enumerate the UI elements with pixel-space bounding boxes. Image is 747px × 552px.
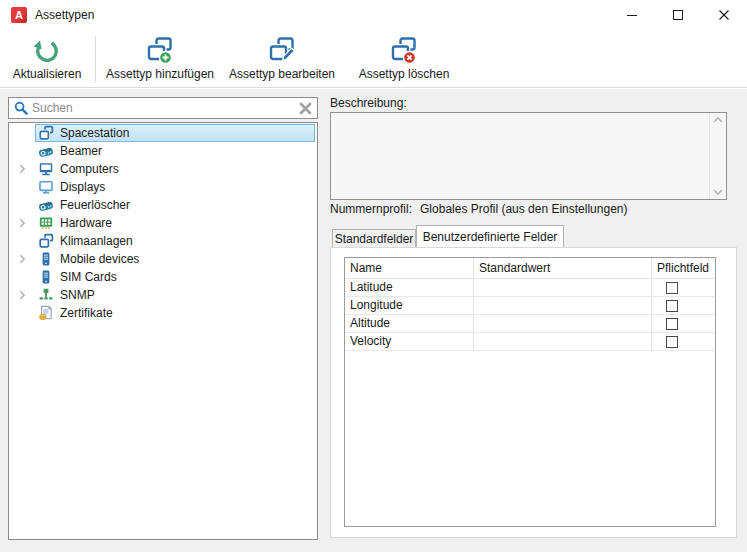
table-row-velocity[interactable]: Velocity <box>345 333 715 351</box>
delete-assettype-button[interactable]: Assettyp löschen <box>349 30 459 81</box>
chevron-right-icon[interactable] <box>19 254 35 264</box>
refresh-button-label: Aktualisieren <box>13 67 82 81</box>
window-title: Assettypen <box>35 8 94 22</box>
field-default-cell[interactable] <box>473 297 651 314</box>
delete-assettype-button-label: Assettyp löschen <box>359 67 450 81</box>
description-label: Beschreibung: <box>330 96 407 110</box>
maximize-icon <box>673 10 683 20</box>
table-header-row: Name Standardwert Pflichtfeld <box>345 258 715 279</box>
computer-icon <box>38 161 54 177</box>
asset-add-icon <box>145 35 175 65</box>
search-icon <box>14 101 28 115</box>
display-icon <box>38 179 54 195</box>
number-profile-row: Nummernprofil: Globales Profil (aus den … <box>330 202 627 216</box>
add-assettype-button-label: Assettyp hinzufügen <box>106 67 214 81</box>
selected-row-highlight: Spacestation <box>35 124 315 142</box>
app-logo-icon: A <box>11 7 27 23</box>
maximize-button[interactable] <box>655 0 701 30</box>
required-checkbox[interactable] <box>666 336 678 348</box>
field-name-cell[interactable]: Longitude <box>345 297 473 314</box>
add-assettype-button[interactable]: Assettyp hinzufügen <box>101 30 219 81</box>
asset-type-icon <box>38 125 54 141</box>
asset-edit-icon <box>267 35 297 65</box>
smartphone-icon <box>38 251 54 267</box>
search-box <box>8 97 318 119</box>
snmp-network-icon <box>38 287 54 303</box>
search-input[interactable] <box>28 101 299 115</box>
close-button[interactable] <box>701 0 747 30</box>
tree-item-beamer[interactable]: Beamer <box>9 142 317 160</box>
scroll-down-icon[interactable] <box>713 189 723 195</box>
refresh-icon <box>32 35 62 65</box>
field-default-cell[interactable] <box>473 315 651 332</box>
field-default-cell[interactable] <box>473 333 651 350</box>
tree-item-mobile-devices[interactable]: Mobile devices <box>9 250 317 268</box>
column-header-pflichtfeld[interactable]: Pflichtfeld <box>651 258 715 278</box>
tree-item-snmp[interactable]: SNMP <box>9 286 317 304</box>
table-row-latitude[interactable]: Latitude <box>345 279 715 297</box>
clear-search-icon[interactable] <box>299 102 312 115</box>
assettypen-window: A Assettypen Aktualisieren <box>0 0 747 552</box>
required-checkbox[interactable] <box>666 282 678 294</box>
number-profile-value: Globales Profil (aus den Einstellungen) <box>420 202 627 216</box>
scroll-up-icon[interactable] <box>713 117 723 123</box>
projector-icon <box>38 197 54 213</box>
edit-assettype-button[interactable]: Assettyp bearbeiten <box>225 30 339 81</box>
titlebar: A Assettypen <box>0 0 747 30</box>
chevron-right-icon[interactable] <box>19 218 35 228</box>
tree-item-displays[interactable]: Displays <box>9 178 317 196</box>
content-area: Spacestation Beamer Computers <box>0 89 747 552</box>
custom-fields-table: Name Standardwert Pflichtfeld Latitude L… <box>344 257 716 527</box>
table-row-longitude[interactable]: Longitude <box>345 297 715 315</box>
asset-delete-icon <box>389 35 419 65</box>
asset-type-icon <box>38 233 54 249</box>
custom-fields-tab-page: Name Standardwert Pflichtfeld Latitude L… <box>330 247 737 538</box>
refresh-button[interactable]: Aktualisieren <box>2 30 92 81</box>
hardware-chip-icon <box>38 215 54 231</box>
chevron-right-icon[interactable] <box>19 164 35 174</box>
description-textarea[interactable] <box>330 112 727 200</box>
edit-assettype-button-label: Assettyp bearbeiten <box>229 67 335 81</box>
tree-item-sim-cards[interactable]: SIM Cards <box>9 268 317 286</box>
minimize-button[interactable] <box>609 0 655 30</box>
tree-item-klimaanlagen[interactable]: Klimaanlagen <box>9 232 317 250</box>
tab-standardfelder[interactable]: Standardfelder <box>332 229 416 247</box>
tree-item-spacestation[interactable]: Spacestation <box>9 124 317 142</box>
smartphone-icon <box>38 269 54 285</box>
field-name-cell[interactable]: Latitude <box>345 279 473 296</box>
field-name-cell[interactable]: Altitude <box>345 315 473 332</box>
tree-item-feuerloescher[interactable]: Feuerlöscher <box>9 196 317 214</box>
required-checkbox[interactable] <box>666 300 678 312</box>
field-default-cell[interactable] <box>473 279 651 296</box>
tab-benutzerdefinierte-felder[interactable]: Benutzerdefinierte Felder <box>416 225 564 247</box>
toolbar-separator <box>95 36 96 82</box>
projector-icon <box>38 143 54 159</box>
toolbar: Aktualisieren Assettyp hinzufügen Assett… <box>0 30 747 88</box>
minimize-icon <box>627 15 637 16</box>
field-name-cell[interactable]: Velocity <box>345 333 473 350</box>
tree-item-zertifikate[interactable]: Zertifikate <box>9 304 317 322</box>
tree-item-computers[interactable]: Computers <box>9 160 317 178</box>
chevron-right-icon[interactable] <box>19 290 35 300</box>
tree-item-hardware[interactable]: Hardware <box>9 214 317 232</box>
close-icon <box>719 10 729 20</box>
column-header-name[interactable]: Name <box>345 258 473 278</box>
certificate-icon <box>38 305 54 321</box>
table-row-altitude[interactable]: Altitude <box>345 315 715 333</box>
description-scrollbar[interactable] <box>709 113 726 199</box>
number-profile-label: Nummernprofil: <box>330 202 412 216</box>
required-checkbox[interactable] <box>666 318 678 330</box>
assettype-tree: Spacestation Beamer Computers <box>8 122 318 540</box>
column-header-standardwert[interactable]: Standardwert <box>473 258 651 278</box>
